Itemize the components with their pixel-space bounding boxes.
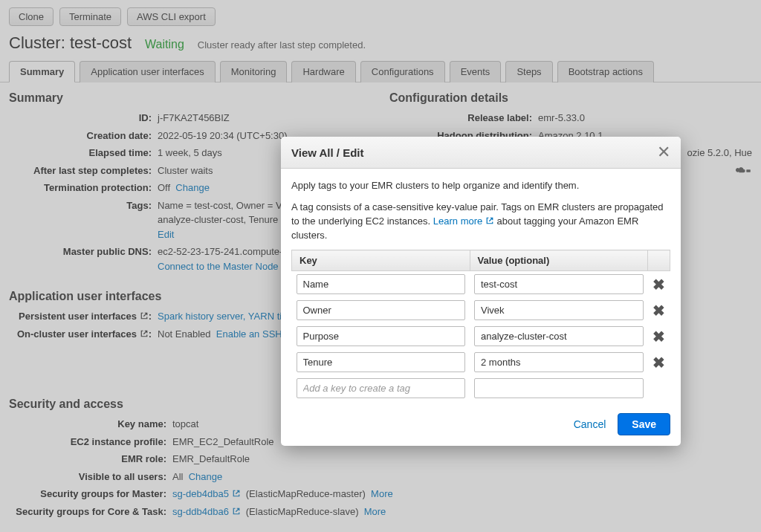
tag-key-input[interactable]	[297, 274, 466, 294]
add-tag-key-input[interactable]	[297, 378, 466, 398]
table-row: ✖	[292, 349, 670, 375]
tag-key-input[interactable]	[297, 300, 466, 320]
tag-value-input[interactable]	[474, 274, 644, 294]
th-delete	[648, 250, 670, 271]
tag-value-input[interactable]	[474, 326, 644, 346]
learn-more-link[interactable]: Learn more	[433, 215, 482, 227]
delete-tag-icon[interactable]: ✖	[652, 354, 665, 371]
modal-header: View All / Edit ✕	[281, 137, 681, 169]
delete-tag-icon[interactable]: ✖	[652, 328, 665, 345]
add-tag-value-input[interactable]	[474, 378, 644, 398]
delete-tag-icon[interactable]: ✖	[652, 302, 665, 319]
modal-intro: Apply tags to your EMR clusters to help …	[291, 179, 670, 193]
modal-footer: Cancel Save	[281, 406, 681, 446]
tags-table: Key Value (optional) ✖ ✖	[291, 250, 670, 401]
tag-key-input[interactable]	[297, 326, 466, 346]
cancel-button[interactable]: Cancel	[574, 418, 606, 430]
close-icon[interactable]: ✕	[657, 144, 670, 160]
modal-title: View All / Edit	[291, 146, 364, 159]
table-row: ✖	[292, 323, 670, 349]
th-value: Value (optional)	[470, 250, 648, 271]
modal-desc: A tag consists of a case-sensitive key-v…	[291, 201, 670, 243]
table-row: ✖	[292, 297, 670, 323]
external-link-icon	[485, 216, 494, 225]
save-button[interactable]: Save	[618, 413, 670, 435]
tag-key-input[interactable]	[297, 352, 466, 372]
tags-modal: View All / Edit ✕ Apply tags to your EMR…	[281, 137, 681, 446]
delete-tag-icon[interactable]: ✖	[652, 276, 665, 293]
table-row: ✖	[292, 271, 670, 298]
th-key: Key	[292, 250, 470, 271]
table-row-add	[292, 375, 670, 401]
modal-body: Apply tags to your EMR clusters to help …	[281, 169, 681, 406]
tag-value-input[interactable]	[474, 352, 644, 372]
tag-value-input[interactable]	[474, 300, 644, 320]
